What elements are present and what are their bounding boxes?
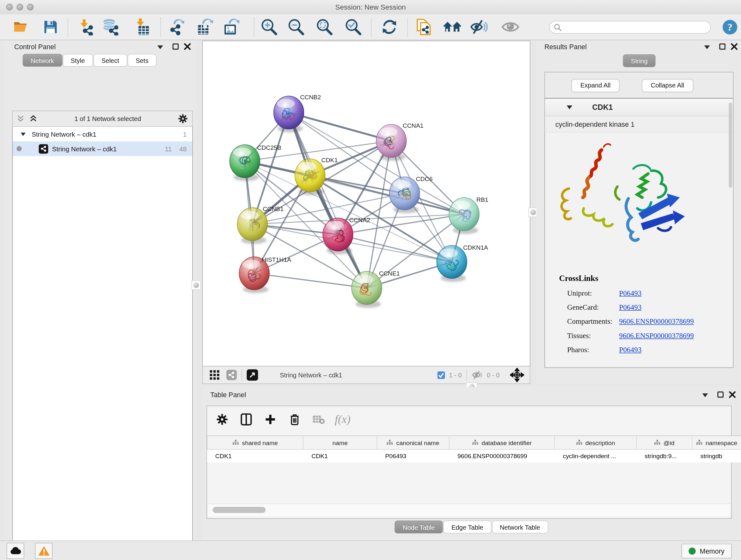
network-node-HIST1H1A[interactable]: HIST1H1A <box>239 256 291 293</box>
apply-layout-button[interactable] <box>379 17 400 37</box>
cloud-button[interactable] <box>7 543 24 559</box>
network-view-toolbar: String Network – cdk1 1 - 0 0 - 0 <box>202 367 530 384</box>
network-row-selected[interactable]: String Network – cdk1 11 48 <box>13 141 192 156</box>
hidden-eye-icon[interactable] <box>472 371 483 379</box>
open-in-window-icon[interactable] <box>247 369 258 381</box>
crosslink-value-link[interactable]: P06493 <box>619 346 642 354</box>
table-panel-menu-icon[interactable] <box>702 393 708 397</box>
zoom-selected-button[interactable] <box>343 17 363 37</box>
crosslink-label: Pharos: <box>567 346 619 354</box>
network-edge[interactable] <box>289 112 367 288</box>
export-network-button[interactable] <box>167 17 188 37</box>
grid-view-icon[interactable] <box>209 370 220 380</box>
zoom-out-button[interactable] <box>286 17 307 37</box>
import-table-file-button[interactable] <box>133 17 153 37</box>
import-network-database-button[interactable] <box>100 17 121 37</box>
table-row[interactable]: CDK1CDK1P064939606.ENSP00000378699cyclin… <box>207 449 741 462</box>
control-panel-menu-icon[interactable] <box>157 45 163 49</box>
control-panel-float-icon[interactable] <box>173 44 179 50</box>
network-edge[interactable] <box>289 112 391 141</box>
expand-all-button[interactable]: Expand All <box>571 79 620 92</box>
network-node-CDK1[interactable]: CDK1 <box>295 157 338 195</box>
zoom-out-icon <box>287 18 305 36</box>
results-panel-menu-icon[interactable] <box>704 45 710 49</box>
tab-sets[interactable]: Sets <box>128 54 156 67</box>
network-edge[interactable] <box>254 273 367 288</box>
zoom-in-button[interactable] <box>259 17 279 37</box>
tab-network[interactable]: Network <box>23 54 62 67</box>
protein-card-expander-icon[interactable] <box>567 105 572 109</box>
table-hscrollbar[interactable] <box>208 503 730 516</box>
export-table-button[interactable] <box>195 17 215 37</box>
pan-crosshair-icon[interactable] <box>510 368 524 382</box>
open-session-button[interactable] <box>11 17 31 37</box>
tab-network-table[interactable]: Network Table <box>492 521 548 534</box>
import-network-file-button[interactable] <box>77 17 97 37</box>
network-edge[interactable] <box>338 235 452 262</box>
toolbar-separator <box>160 18 160 37</box>
crosslink-value-link[interactable]: 9606.ENSP00000378699 <box>619 331 694 340</box>
tab-edge-table[interactable]: Edge Table <box>443 521 491 534</box>
network-options-gear-icon[interactable] <box>178 114 188 124</box>
warnings-button[interactable] <box>35 543 53 559</box>
protein-card-header[interactable]: CDK1 <box>545 99 733 117</box>
fit-content-button[interactable] <box>314 17 334 37</box>
results-panel-close-icon[interactable] <box>731 43 738 50</box>
network-node-CDKN1A[interactable]: CDKN1A <box>436 244 488 282</box>
network-node-RB1[interactable]: RB1 <box>449 196 488 234</box>
table-panel-close-icon[interactable] <box>729 391 736 398</box>
crosslink-value-link[interactable]: P06493 <box>619 303 642 312</box>
left-splitter-handle[interactable] <box>192 280 201 290</box>
search-input[interactable] <box>564 23 711 31</box>
memory-button[interactable]: Memory <box>681 544 732 558</box>
add-column-button[interactable] <box>261 410 280 429</box>
show-columns-button[interactable] <box>237 410 256 429</box>
column-header-namespace[interactable]: namespace <box>692 436 741 449</box>
delete-column-button[interactable] <box>285 410 304 429</box>
column-header-description[interactable]: description <box>555 436 636 449</box>
help-button[interactable]: ? <box>722 19 738 35</box>
control-panel-tabs: NetworkStyleSelectSets <box>23 54 157 67</box>
network-node-CCNA1[interactable]: CCNA1 <box>376 122 423 161</box>
column-label: description <box>585 439 615 446</box>
results-buttons-box: Expand All Collapse All <box>544 72 733 98</box>
table-options-button[interactable] <box>212 410 231 429</box>
tab-node-table[interactable]: Node Table <box>395 521 443 534</box>
collapse-all-icon[interactable] <box>17 115 24 123</box>
mapped-column-icon <box>576 440 582 446</box>
export-network-icon <box>169 18 186 36</box>
collapse-all-button[interactable]: Collapse All <box>642 79 693 92</box>
tab-style[interactable]: Style <box>63 54 93 67</box>
results-panel-float-icon[interactable] <box>719 44 725 50</box>
toolbar-search[interactable] <box>549 21 711 34</box>
column-header-name[interactable]: name <box>303 436 377 449</box>
crosslink-value-link[interactable]: 9606.ENSP00000378699 <box>619 317 694 326</box>
save-session-button[interactable] <box>40 17 61 37</box>
column-header-database-identifier[interactable]: database identifier <box>449 436 555 449</box>
tab-select[interactable]: Select <box>93 54 127 67</box>
network-node-CCNE1[interactable]: CCNE1 <box>352 270 400 308</box>
network-share-icon[interactable] <box>226 370 237 380</box>
crosslink-row: Tissues:9606.ENSP00000378699 <box>559 331 724 340</box>
export-image-button[interactable] <box>221 17 242 37</box>
tab-string[interactable]: String <box>623 54 656 67</box>
crosslink-value-link[interactable]: P06493 <box>619 289 642 298</box>
collection-expander-icon[interactable] <box>21 132 25 136</box>
expand-all-icon[interactable] <box>29 115 37 123</box>
table-panel-float-icon[interactable] <box>718 391 724 397</box>
results-scrollbar-thumb[interactable] <box>729 103 732 188</box>
network-canvas[interactable]: CCNB2CCNA1CDC25BCDK1CDC6RB1CCNB1CCNA2CDK… <box>202 41 530 366</box>
column-header-shared-name[interactable]: shared name <box>207 436 303 449</box>
main-toolbar: ? <box>0 14 741 40</box>
network-collection-row[interactable]: String Network – cdk1 1 <box>13 127 192 141</box>
table-hscrollbar-thumb[interactable] <box>212 507 266 513</box>
clone-network-button[interactable] <box>414 17 434 37</box>
column-header-canonical-name[interactable]: canonical name <box>377 436 449 449</box>
selected-checkbox-icon[interactable] <box>437 371 445 379</box>
hide-graphics-details-button[interactable] <box>468 17 489 37</box>
network-overview-button[interactable] <box>442 17 463 37</box>
column-header--id[interactable]: @id <box>636 436 692 449</box>
control-panel-close-icon[interactable] <box>184 43 191 50</box>
network-node-CCNA2[interactable]: CCNA2 <box>323 217 370 254</box>
network-node-CDC6[interactable]: CDC6 <box>389 176 432 213</box>
